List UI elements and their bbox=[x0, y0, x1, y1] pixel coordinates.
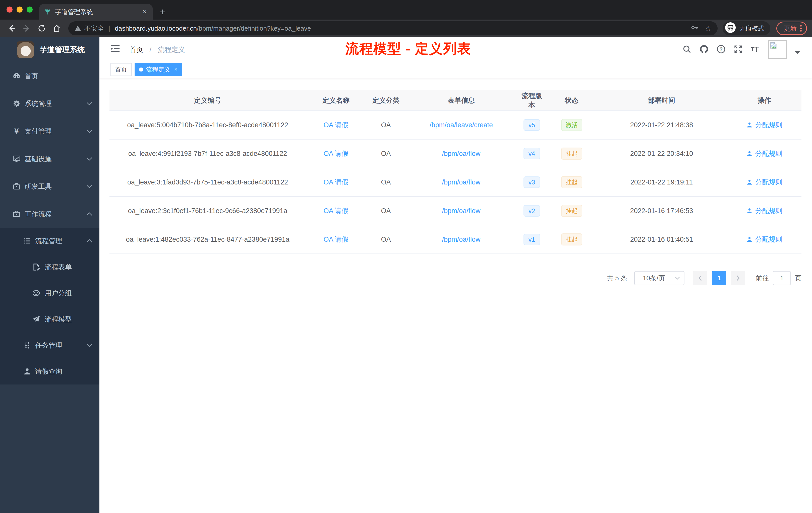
cell-action: 分配规则 bbox=[727, 111, 802, 139]
window-minimize-button[interactable] bbox=[17, 6, 23, 12]
address-bar[interactable]: 不安全 | dashboard.yudao.iocoder.cn/bpm/man… bbox=[68, 21, 718, 35]
cell-version: v2 bbox=[517, 197, 547, 225]
help-icon[interactable]: ? bbox=[717, 45, 726, 54]
goto-page-input[interactable] bbox=[773, 271, 791, 285]
breadcrumb-current: 流程定义 bbox=[158, 46, 185, 54]
sidebar-logo: 芋道管理系统 bbox=[0, 37, 99, 62]
version-badge: v4 bbox=[523, 148, 540, 159]
definition-name-link[interactable]: OA 请假 bbox=[323, 120, 348, 129]
sidebar-item-3[interactable]: ¥支付管理 bbox=[0, 117, 99, 145]
status-badge: 挂起 bbox=[561, 148, 582, 160]
cell-definition-id: oa_leave:1:482ec033-762a-11ec-8477-a2380… bbox=[110, 225, 306, 253]
table-row: oa_leave:5:004b710b-7b8a-11ec-8ef0-acde4… bbox=[110, 111, 802, 140]
bookmark-star-icon[interactable]: ☆ bbox=[705, 24, 712, 33]
tag-process-definition[interactable]: 流程定义 × bbox=[135, 63, 182, 76]
window-zoom-button[interactable] bbox=[27, 6, 33, 12]
sidebar-item-4[interactable]: 基础设施 bbox=[0, 145, 99, 173]
assign-rule-link[interactable]: 分配规则 bbox=[746, 178, 782, 187]
sidebar-item-5[interactable]: 研发工具 bbox=[0, 173, 99, 200]
column-header: 定义分类 bbox=[366, 90, 406, 111]
sidebar-item-8[interactable]: 流程表单 bbox=[0, 254, 99, 280]
font-size-icon[interactable]: TT bbox=[751, 45, 759, 54]
avatar[interactable] bbox=[768, 40, 787, 59]
next-page-button[interactable] bbox=[731, 271, 745, 285]
table-row: oa_leave:2:3c1f0ef1-76b1-11ec-9c66-a2380… bbox=[110, 197, 802, 225]
new-tab-button[interactable]: + bbox=[160, 7, 165, 17]
sidebar-item-11[interactable]: 任务管理 bbox=[0, 332, 99, 358]
home-icon[interactable] bbox=[50, 22, 63, 35]
update-label: 更新 bbox=[784, 24, 797, 33]
sidebar-collapse-icon[interactable] bbox=[111, 44, 120, 55]
search-icon[interactable] bbox=[683, 45, 692, 54]
tag-home[interactable]: 首页 bbox=[111, 63, 132, 76]
active-tag-dot bbox=[139, 67, 143, 71]
assign-rule-link[interactable]: 分配规则 bbox=[746, 120, 782, 129]
sidebar-item-6[interactable]: 工作流程 bbox=[0, 200, 99, 228]
version-badge: v1 bbox=[523, 234, 540, 245]
version-badge: v5 bbox=[523, 119, 540, 131]
sidebar-item-2[interactable]: 系统管理 bbox=[0, 90, 99, 117]
definition-name-link[interactable]: OA 请假 bbox=[323, 235, 348, 244]
cell-form: /bpm/oa/flow bbox=[406, 168, 517, 196]
password-key-icon[interactable] bbox=[691, 24, 699, 33]
fullscreen-icon[interactable] bbox=[734, 45, 743, 54]
tab-close-icon[interactable]: × bbox=[142, 8, 148, 16]
back-icon[interactable] bbox=[5, 22, 18, 35]
tag-close-icon[interactable]: × bbox=[174, 66, 177, 73]
definition-name-link[interactable]: OA 请假 bbox=[323, 206, 348, 215]
url-text[interactable]: dashboard.yudao.iocoder.cn/bpm/manager/d… bbox=[115, 25, 687, 32]
reload-icon[interactable] bbox=[35, 22, 48, 35]
assign-rule-link[interactable]: 分配规则 bbox=[746, 235, 782, 244]
status-badge: 挂起 bbox=[561, 176, 582, 188]
definition-name-link[interactable]: OA 请假 bbox=[323, 178, 348, 187]
form-link[interactable]: /bpm/oa/flow bbox=[442, 178, 480, 186]
form-link[interactable]: /bpm/oa/leave/create bbox=[430, 121, 493, 129]
page-number-1[interactable]: 1 bbox=[712, 271, 726, 285]
sidebar-item-9[interactable]: 用户分组 bbox=[0, 280, 99, 306]
cell-definition-id: oa_leave:4:991f2193-7b7f-11ec-a3c8-acde4… bbox=[110, 140, 306, 168]
form-link[interactable]: /bpm/oa/flow bbox=[442, 150, 480, 158]
status-badge: 挂起 bbox=[561, 233, 582, 246]
version-badge: v2 bbox=[523, 205, 540, 217]
cell-action: 分配规则 bbox=[727, 225, 802, 253]
assign-rule-link[interactable]: 分配规则 bbox=[746, 206, 782, 215]
pagination-total: 共 5 条 bbox=[607, 274, 627, 282]
assign-rule-link[interactable]: 分配规则 bbox=[746, 149, 782, 158]
github-icon[interactable] bbox=[699, 45, 708, 54]
incognito-icon bbox=[725, 22, 736, 34]
prev-page-button[interactable] bbox=[693, 271, 707, 285]
form-link[interactable]: /bpm/oa/flow bbox=[442, 207, 480, 215]
cell-status: 激活 bbox=[547, 111, 597, 139]
definition-name-link[interactable]: OA 请假 bbox=[323, 149, 348, 158]
incognito-label: 无痕模式 bbox=[739, 24, 764, 33]
cell-definition-id: oa_leave:3:1fad3d93-7b75-11ec-a3c8-acde4… bbox=[110, 168, 306, 196]
security-label[interactable]: 不安全 bbox=[84, 24, 104, 33]
update-button[interactable]: 更新 bbox=[776, 22, 807, 35]
chevron-down-icon bbox=[86, 129, 92, 133]
breadcrumb-home[interactable]: 首页 bbox=[129, 46, 143, 54]
browser-menu-icon[interactable] bbox=[800, 25, 802, 32]
version-badge: v3 bbox=[523, 176, 540, 188]
sidebar-item-7[interactable]: 流程管理 bbox=[0, 228, 99, 254]
sidebar-item-1[interactable]: 首页 bbox=[0, 62, 99, 90]
page-unit-label: 页 bbox=[795, 274, 802, 282]
form-link[interactable]: /bpm/oa/flow bbox=[442, 236, 480, 243]
column-header: 部署时间 bbox=[597, 90, 727, 111]
forward-icon[interactable] bbox=[20, 22, 33, 35]
cell-form: /bpm/oa/flow bbox=[406, 197, 517, 225]
sidebar-item-label: 流程表单 bbox=[45, 263, 72, 272]
sidebar-item-label: 系统管理 bbox=[25, 99, 52, 108]
cell-status: 挂起 bbox=[547, 197, 597, 225]
sidebar-item-12[interactable]: 请假查询 bbox=[0, 358, 99, 385]
gear-icon bbox=[12, 99, 21, 108]
column-header: 状态 bbox=[547, 90, 597, 111]
cell-action: 分配规则 bbox=[727, 168, 802, 196]
window-close-button[interactable] bbox=[6, 6, 12, 12]
browser-tab[interactable]: 芋道管理系统 × bbox=[39, 4, 153, 20]
user-icon bbox=[746, 179, 753, 185]
browser-window: 芋道管理系统 × + 不安全 | dashboard.yudao.iocoder… bbox=[0, 0, 812, 513]
yen-icon: ¥ bbox=[12, 127, 21, 136]
avatar-dropdown-caret-icon[interactable] bbox=[795, 51, 800, 54]
page-size-select[interactable]: 10条/页 bbox=[634, 271, 685, 285]
sidebar-item-10[interactable]: 流程模型 bbox=[0, 306, 99, 332]
